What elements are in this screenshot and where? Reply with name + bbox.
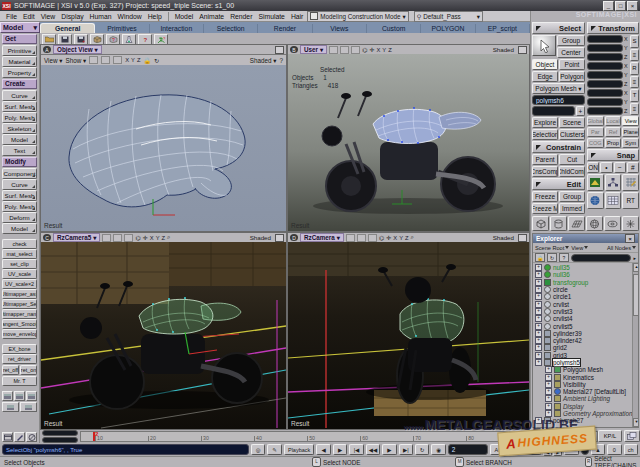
script-button[interactable]: Tangent_Smooth: [2, 319, 37, 329]
go-last-button[interactable]: ▶|: [399, 444, 413, 455]
schematic-view-icon[interactable]: [605, 174, 622, 191]
script-button[interactable]: UV_scale: [2, 269, 37, 279]
shelf-tab[interactable]: General: [40, 23, 95, 33]
expand-icon[interactable]: +: [535, 279, 542, 286]
layout-preset-icon[interactable]: [20, 402, 37, 412]
toolbar-button[interactable]: Poly. Mesh: [2, 112, 37, 123]
fast-back-button[interactable]: ◀◀: [366, 444, 380, 455]
rotate-x-field[interactable]: [587, 62, 623, 70]
cog-button[interactable]: COG: [587, 138, 604, 148]
layers-icon[interactable]: [624, 430, 640, 442]
wire-cube-icon[interactable]: [532, 216, 549, 231]
group-button[interactable]: Group: [557, 35, 585, 46]
tree-item[interactable]: + Ambient Lighting: [535, 395, 632, 402]
ref-par-button[interactable]: Par: [587, 127, 604, 137]
explorer-close-icon[interactable]: ×: [625, 234, 635, 243]
explorer-find-field[interactable]: [571, 254, 631, 262]
space-local-button[interactable]: Local: [605, 116, 622, 126]
expand-icon[interactable]: +: [545, 366, 552, 373]
rotate-tool-button[interactable]: R: [630, 62, 639, 75]
memo-cam-slot[interactable]: [89, 56, 98, 64]
shelf-tab[interactable]: Interaction: [150, 24, 204, 33]
camera-icon[interactable]: ⌬: [362, 46, 367, 53]
clear-log-icon[interactable]: ◎: [251, 444, 265, 455]
panel-switch-icon[interactable]: [536, 182, 541, 187]
shelf-tab[interactable]: Views: [313, 24, 367, 33]
filter-select[interactable]: All Nodes: [607, 245, 636, 251]
script-button[interactable]: set_clip: [2, 259, 37, 269]
weight-paint-icon[interactable]: [622, 174, 639, 191]
scroll-down-icon[interactable]: ▼: [633, 418, 638, 427]
expand-icon[interactable]: +: [535, 308, 542, 315]
menu-item[interactable]: Display: [58, 13, 86, 20]
menu-item[interactable]: Human: [87, 13, 115, 20]
memo-cam-slot[interactable]: [351, 46, 360, 54]
panel-switch-icon[interactable]: [536, 145, 541, 150]
viewport-camera-select[interactable]: RzCamera5▾: [53, 233, 100, 242]
toolbar-button[interactable]: Deform: [2, 212, 37, 223]
sym-button[interactable]: Sym: [622, 138, 639, 148]
rotate-y-field[interactable]: [587, 71, 623, 79]
axis-star-icon[interactable]: [622, 216, 639, 231]
grid-plane-icon[interactable]: [568, 216, 585, 231]
show-menu[interactable]: Show ▾: [65, 57, 86, 64]
tree-item[interactable]: + grid2: [535, 344, 632, 351]
next-key-button[interactable]: ▶: [553, 449, 562, 456]
selection-filter-select[interactable]: Polygon Mesh ▾: [532, 83, 585, 94]
viewport-camera-select[interactable]: Object View▾: [53, 45, 102, 54]
selected-object-field[interactable]: polymsh6: [532, 95, 585, 105]
channel-button[interactable]: ch: [624, 444, 638, 455]
render-pass-select[interactable]: ⚲ Default_Pass ▾: [414, 11, 483, 22]
memo-cam-slot[interactable]: [329, 46, 338, 54]
script-button[interactable]: ret_driver: [2, 354, 37, 364]
layout-preset-icon[interactable]: [2, 402, 19, 412]
netview-icon[interactable]: [587, 192, 604, 209]
layout-preset-icon[interactable]: [14, 391, 25, 401]
script-button[interactable]: Ultimapper_name: [2, 309, 37, 319]
ret-off-button[interactable]: ret_off: [2, 365, 19, 375]
viewport-letter-badge[interactable]: A: [43, 46, 51, 53]
expand-icon[interactable]: +: [535, 301, 542, 308]
constrain-cut-button[interactable]: Cut: [559, 154, 585, 165]
script-button[interactable]: check: [2, 239, 37, 249]
clusters-button[interactable]: Clusters: [559, 129, 585, 140]
toolbar-button[interactable]: Primitive: [2, 45, 37, 56]
refresh-icon[interactable]: ↻: [154, 57, 159, 64]
find-next-icon[interactable]: ▸: [633, 255, 636, 261]
freeze-m-button[interactable]: Freeze M: [532, 203, 558, 214]
construction-result-label[interactable]: Result: [291, 420, 309, 427]
construction-result-label[interactable]: Result: [291, 222, 309, 229]
expand-icon[interactable]: +: [545, 388, 552, 395]
scope-select[interactable]: Scene Root: [535, 245, 569, 251]
menu-item[interactable]: Window: [115, 13, 145, 20]
viewport-d-canvas[interactable]: Result: [288, 242, 529, 429]
expand-icon[interactable]: +: [535, 323, 542, 330]
shelf-tab[interactable]: EP_script: [476, 24, 530, 33]
viewport-letter-badge[interactable]: C: [43, 234, 51, 241]
layout-preset-icon[interactable]: [26, 391, 37, 401]
toolbar-button[interactable]: Text: [2, 145, 37, 156]
all-button[interactable]: All: [490, 444, 504, 455]
menu-item[interactable]: Edit: [20, 13, 38, 20]
memo-cam-slot[interactable]: [357, 234, 366, 242]
scale-y-field[interactable]: [587, 44, 623, 52]
viewport-letter-badge[interactable]: B: [290, 46, 298, 53]
center-icon[interactable]: ✛: [369, 46, 374, 53]
snap-on-button[interactable]: ON: [587, 162, 599, 173]
expand-icon[interactable]: +: [535, 417, 542, 424]
script-button[interactable]: UV_scale×2: [2, 279, 37, 289]
tree-item[interactable]: + circle: [535, 286, 632, 293]
close-button[interactable]: ×: [627, 1, 638, 11]
zoom-icon[interactable]: ⌕: [167, 234, 170, 241]
camera-icon[interactable]: ⌬: [379, 234, 384, 241]
minimize-button[interactable]: _: [603, 1, 614, 11]
toolbar-button[interactable]: Property: [2, 67, 37, 78]
scene-button[interactable]: Scene: [559, 117, 585, 128]
expand-icon[interactable]: +: [535, 359, 542, 366]
toolbar-button[interactable]: Surf. Mesh: [2, 101, 37, 112]
construction-mode-checkbox[interactable]: [310, 12, 318, 20]
viewport-camera-select[interactable]: User▾: [300, 45, 327, 54]
script-editor-icon[interactable]: ✎: [267, 444, 281, 455]
viewport-b-canvas[interactable]: Selected Objects1 Triangles418 Result: [288, 54, 529, 231]
edit-group-button[interactable]: Group: [559, 191, 585, 202]
